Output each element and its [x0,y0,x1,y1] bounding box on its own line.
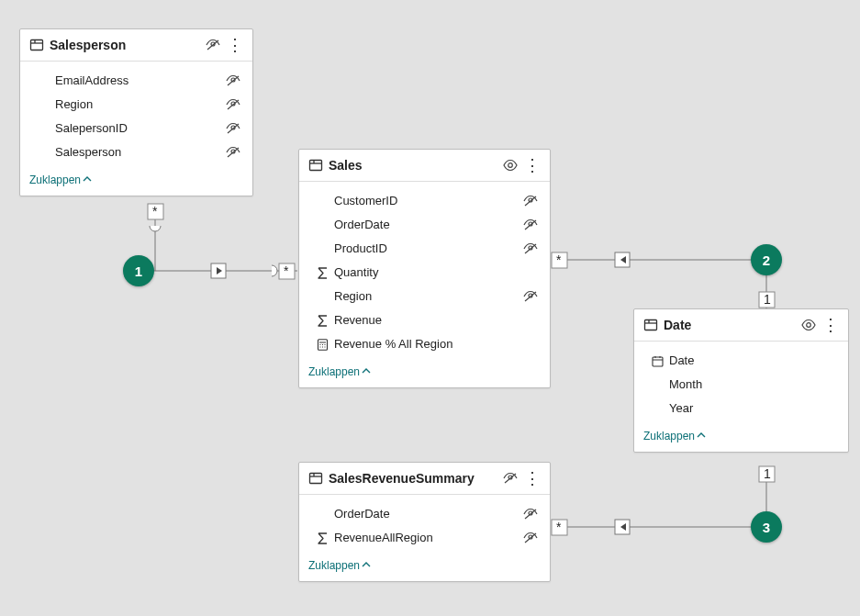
more-menu-icon[interactable]: ⋮ [522,470,542,487]
field-type-icon [649,355,665,367]
table-header[interactable]: Sales⋮ [299,150,550,182]
field-visibility-icon[interactable] [223,146,243,159]
field-row[interactable]: SalepersonID [20,117,252,140]
field-row[interactable]: Date [634,349,848,373]
date-icon [652,355,664,367]
hidden-icon [522,532,539,544]
field-row[interactable]: Region [299,285,550,308]
field-visibility-icon[interactable] [223,98,243,111]
field-list: OrderDateRevenueAllRegion [299,495,550,554]
field-name: Date [665,352,819,370]
visibility-toggle[interactable] [502,159,519,172]
collapse-link[interactable]: Zuklappen [634,424,848,452]
svg-point-60 [807,323,811,328]
hidden-icon [522,508,539,521]
field-row[interactable]: OrderDate [299,213,550,237]
callout-badge-1: 1 [123,255,154,286]
calculator-icon [317,339,329,351]
field-visibility-icon[interactable] [520,290,541,303]
chevron-up-icon [362,560,371,569]
table-date[interactable]: Date⋮DateMonthYearZuklappen [633,308,849,453]
field-type-icon [314,267,330,279]
table-summary[interactable]: SalesRevenueSummary⋮OrderDateRevenueAllR… [298,462,551,582]
more-menu-icon[interactable]: ⋮ [225,37,245,53]
model-canvas: * * * 1 1 * 1 2 3 Salesperson⋮EmailAddre… [0,0,860,616]
field-row[interactable]: Quantity [299,261,550,285]
svg-rect-37 [310,161,322,171]
field-name: CustomerID [330,192,520,210]
collapse-link[interactable]: Zuklappen [20,168,252,196]
cardinality-many: * [152,204,158,218]
chevron-up-icon [362,366,371,375]
cardinality-many: * [284,263,289,278]
field-row[interactable]: RevenueAllRegion [299,526,550,550]
svg-rect-19 [279,263,295,279]
table-sales[interactable]: Sales⋮CustomerIDOrderDateProductIDQuanti… [298,149,551,388]
collapse-label: Zuklappen [29,174,81,186]
svg-point-40 [508,163,513,168]
more-menu-icon[interactable]: ⋮ [522,157,542,174]
collapse-label: Zuklappen [308,559,360,572]
field-name: RevenueAllRegion [330,529,520,547]
table-icon [643,318,658,332]
collapse-label: Zuklappen [308,365,360,378]
field-visibility-icon[interactable] [223,74,243,87]
cardinality-one: 1 [764,292,771,307]
svg-rect-23 [552,520,567,535]
table-icon [29,38,44,52]
visibility-toggle[interactable] [205,39,221,51]
field-name: Quantity [330,263,520,282]
callout-badge-3: 3 [751,511,782,543]
table-header[interactable]: Salesperson⋮ [20,29,252,62]
field-row[interactable]: Salesperson [20,140,252,164]
field-list: CustomerIDOrderDateProductIDQuantityRegi… [299,182,550,360]
hidden-icon [205,39,221,51]
table-salesperson[interactable]: Salesperson⋮EmailAddressRegionSaleperson… [19,28,253,196]
svg-rect-21 [759,292,775,308]
field-row[interactable]: EmailAddress [20,69,252,93]
field-name: Region [330,287,520,306]
hidden-icon [522,290,539,303]
hidden-icon [225,122,241,135]
table-icon [308,158,323,173]
field-name: EmailAddress [51,72,223,90]
table-header[interactable]: SalesRevenueSummary⋮ [299,463,550,495]
field-list: DateMonthYear [634,342,848,424]
field-name: Region [51,95,223,114]
collapse-link[interactable]: Zuklappen [299,554,550,581]
field-visibility-icon[interactable] [520,242,541,255]
hidden-icon [225,98,241,111]
more-menu-icon[interactable]: ⋮ [821,317,841,333]
cardinality-many: * [556,520,562,534]
callout-badge-2: 2 [751,244,782,275]
svg-rect-24 [31,40,43,50]
field-type-icon [314,315,330,327]
field-row[interactable]: OrderDate [299,502,550,526]
field-row[interactable]: CustomerID [299,189,550,213]
field-row[interactable]: Revenue % All Region [299,332,550,356]
visible-icon [502,159,519,172]
svg-rect-4 [211,263,226,278]
field-visibility-icon[interactable] [520,532,541,544]
field-visibility-icon[interactable] [520,195,541,207]
hidden-icon [502,472,519,485]
field-visibility-icon[interactable] [520,218,541,231]
svg-rect-20 [552,252,567,268]
visibility-toggle[interactable] [502,472,519,485]
field-row[interactable]: Month [634,373,848,397]
field-row[interactable]: ProductID [299,237,550,261]
collapse-link[interactable]: Zuklappen [299,360,550,387]
field-row[interactable]: Revenue [299,308,550,332]
field-row[interactable]: Region [20,93,252,117]
visibility-toggle[interactable] [800,319,817,331]
hidden-icon [522,242,539,255]
svg-rect-61 [653,357,663,366]
cardinality-one: 1 [764,466,771,481]
table-title: Salesperson [50,38,205,52]
sigma-icon [317,267,329,279]
field-row[interactable]: Year [634,397,848,420]
field-visibility-icon[interactable] [520,508,541,521]
field-type-icon [314,339,330,351]
table-header[interactable]: Date⋮ [634,309,848,342]
field-visibility-icon[interactable] [223,122,243,135]
